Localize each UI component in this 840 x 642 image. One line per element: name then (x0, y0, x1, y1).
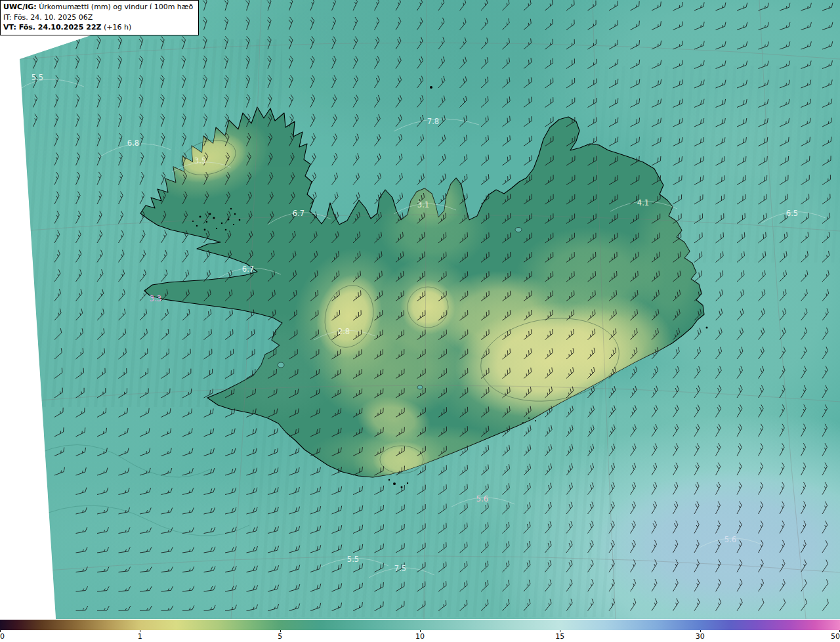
map-value-label: 5.6 (724, 535, 736, 544)
colorbar-tick-label: 0 (0, 632, 5, 641)
colorbar-tick-label: 5 (278, 632, 282, 641)
island-dot (213, 217, 215, 219)
map-value-label: 3.1 (417, 200, 429, 209)
title-line: UWC/IG: Úrkomumætti (mm) og vindur í 100… (3, 2, 193, 12)
island-dot (430, 86, 432, 89)
map-value-label: 7.5 (394, 564, 406, 573)
map-value-label: 5.5 (32, 73, 43, 82)
island-dot (388, 479, 390, 481)
island-dot (196, 225, 198, 226)
colorbar-gradient (0, 620, 840, 630)
island-dot (706, 327, 708, 329)
island-dot (239, 219, 241, 221)
colorbar-tick-label: 10 (415, 632, 425, 641)
colorbar-scale: 01510153050 (0, 630, 840, 642)
island-dot (393, 482, 396, 485)
map-value-label: 2.8 (338, 327, 350, 336)
lake (278, 362, 284, 368)
map-value-label: 3.3 (150, 294, 161, 303)
title-text: Úrkomumætti (mm) og vindur í 100m hæð (37, 3, 194, 11)
island-dot (407, 482, 408, 484)
lake (417, 385, 423, 389)
colorbar-tick-label: 30 (696, 632, 705, 641)
map-value-label: 3.5 (194, 156, 206, 165)
island-dot (221, 223, 222, 224)
colorbar-tick-label: 1 (138, 632, 142, 641)
map-value-label: 6.7 (242, 265, 254, 274)
island-dot (230, 208, 232, 209)
colorbar-tick-label: 50 (831, 632, 840, 641)
valid-time-line: VT: Fös. 24.10.2025 22Z (+16 h) (3, 22, 193, 33)
map-value-label: 6.7 (293, 209, 304, 218)
map-value-label: 4.1 (637, 198, 649, 207)
map-graphic: 5.56.83.57.86.73.14.16.56.73.32.85.65.57… (0, 0, 840, 619)
island-dot (528, 417, 530, 419)
island-dot (535, 420, 536, 421)
title-box: UWC/IG: Úrkomumætti (mm) og vindur í 100… (0, 0, 199, 35)
map-value-label: 6.5 (786, 209, 798, 218)
island-dot (204, 229, 206, 231)
model-label: UWC/IG: (3, 3, 37, 11)
island-dot (233, 224, 234, 225)
weather-map-product: 5.56.83.57.86.73.14.16.56.73.32.85.65.57… (0, 0, 840, 642)
island-dot (216, 228, 217, 229)
island-dot (200, 216, 201, 218)
map-svg: 5.56.83.57.86.73.14.16.56.73.32.85.65.57… (0, 0, 840, 619)
valid-time-bold: VT: Fös. 24.10.2025 22Z (3, 23, 102, 32)
valid-time-offset: (+16 h) (102, 23, 132, 32)
colorbar-tick-label: 15 (555, 632, 564, 641)
colorbar: 01510153050 (0, 619, 840, 642)
island-dot (209, 213, 211, 215)
lake (515, 228, 522, 232)
island-dot (192, 221, 194, 222)
map-value-label: 5.5 (347, 555, 359, 564)
map-value-label: 5.6 (476, 494, 488, 503)
island-dot (225, 229, 227, 231)
island-dot (206, 221, 207, 223)
island-dot (234, 213, 236, 215)
init-time-line: IT: Fös. 24. 10. 2025 06Z (3, 12, 193, 23)
map-value-label: 7.8 (427, 117, 439, 126)
island-dot (522, 422, 524, 423)
map-value-label: 6.8 (127, 139, 139, 148)
